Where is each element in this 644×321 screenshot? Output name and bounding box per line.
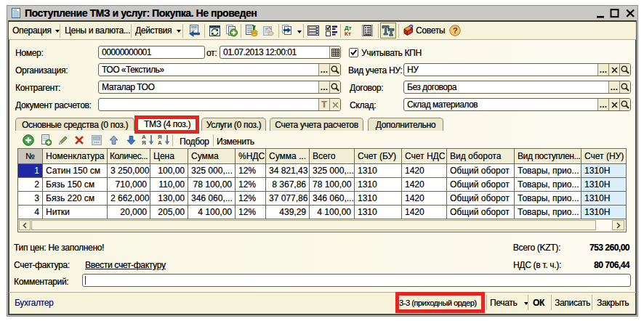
svg-text:?: ? (408, 24, 414, 32)
svg-text:?: ? (453, 26, 458, 35)
